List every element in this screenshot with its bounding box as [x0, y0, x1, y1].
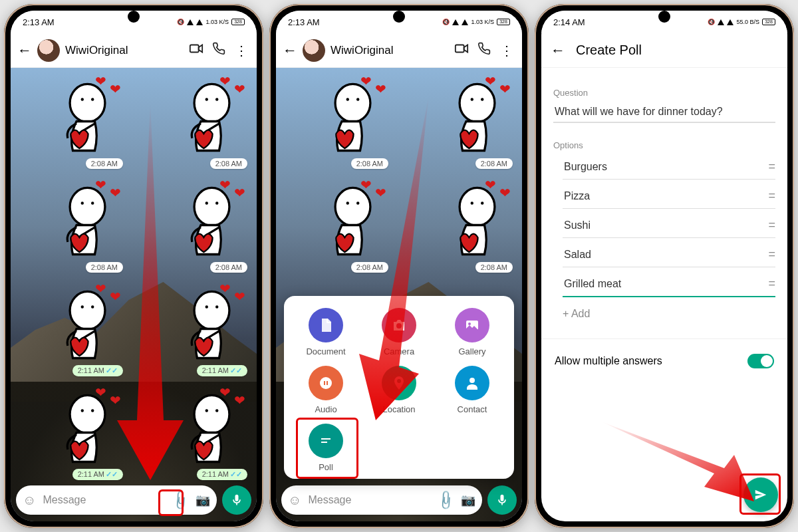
option-row[interactable]: Grilled meat= — [563, 271, 775, 297]
mute-icon: 🔇 — [708, 19, 715, 25]
allow-multiple-toggle[interactable] — [747, 354, 774, 368]
option-row[interactable]: Sushi= — [563, 213, 775, 238]
question-label: Question — [553, 88, 775, 98]
attach-icon[interactable]: 📎 — [434, 489, 458, 512]
emoji-icon[interactable]: ☺ — [288, 493, 301, 508]
svg-point-14 — [81, 305, 84, 308]
drag-handle-icon[interactable]: = — [768, 277, 774, 291]
mic-button[interactable] — [222, 485, 251, 515]
signal-icon-2 — [727, 19, 733, 25]
message-time: 2:11 AM✓✓ — [197, 469, 247, 480]
chat-title[interactable]: WiwiOriginal — [65, 44, 182, 57]
chat-header: ← WiwiOriginal ⋮ — [276, 33, 522, 68]
allow-multiple-label: Allow multiple answers — [555, 355, 662, 367]
message-time: 2:08 AM — [210, 262, 247, 273]
emoji-icon[interactable]: ☺ — [23, 493, 36, 508]
flork-sticker — [47, 185, 120, 258]
signal-icon — [452, 19, 459, 25]
svg-point-8 — [81, 201, 84, 204]
question-input[interactable] — [553, 102, 775, 123]
drag-handle-icon[interactable]: = — [768, 218, 774, 232]
video-call-icon[interactable] — [453, 41, 470, 59]
message-input[interactable]: ☺ Message 📎 📷 — [16, 485, 217, 515]
svg-point-41 — [320, 377, 332, 389]
option-row[interactable]: Burguers= — [563, 154, 775, 180]
svg-point-6 — [215, 98, 218, 100]
svg-point-33 — [346, 201, 349, 204]
phone-2: 2:13 AM 🔇 1.03 K/S 328 ← WiwiOriginal ⋮ — [269, 4, 529, 528]
message-input[interactable]: ☺ Message 📎 📷 — [281, 485, 482, 515]
option-text: Pizza — [564, 190, 768, 202]
drag-handle-icon[interactable]: = — [768, 160, 774, 174]
screen-2: 2:13 AM 🔇 1.03 K/S 328 ← WiwiOriginal ⋮ — [276, 11, 522, 521]
option-text: Sushi — [564, 219, 768, 231]
attach-audio[interactable]: Audio — [289, 366, 362, 414]
option-text: Burguers — [564, 161, 768, 173]
svg-point-35 — [460, 188, 495, 225]
flork-sticker — [47, 81, 120, 154]
add-option[interactable]: + Add — [553, 301, 775, 327]
camera-notch — [393, 11, 405, 23]
avatar[interactable] — [37, 39, 60, 62]
svg-point-15 — [91, 305, 94, 308]
attach-document[interactable]: Document — [289, 308, 362, 356]
svg-point-29 — [460, 84, 495, 122]
chat-title[interactable]: WiwiOriginal — [331, 44, 448, 57]
chat-body[interactable]: ❤❤❤ 2:08 AM ❤❤❤ 2:08 AM ❤❤❤ 2:08 AM ❤❤❤ — [276, 68, 522, 521]
flork-sticker — [47, 392, 120, 466]
video-call-icon[interactable] — [188, 41, 205, 59]
option-text: Salad — [564, 249, 768, 261]
svg-point-4 — [194, 84, 229, 122]
allow-multiple-row: Allow multiple answers — [553, 351, 775, 371]
poll-body: Question Options Burguers= Pizza= Sushi=… — [541, 68, 787, 521]
message-time: 2:11 AM✓✓ — [197, 365, 247, 376]
svg-rect-0 — [190, 45, 199, 53]
drag-handle-icon[interactable]: = — [768, 247, 774, 261]
screen-1: 2:13 AM 🔇 1.03 K/S 328 ← WiwiOriginal ⋮ — [11, 11, 257, 521]
message-time: 2:08 AM — [210, 158, 247, 169]
voice-call-icon[interactable] — [475, 42, 493, 59]
back-icon[interactable]: ← — [17, 42, 32, 59]
svg-point-9 — [91, 201, 94, 204]
highlight-attach — [158, 489, 184, 516]
svg-point-24 — [215, 409, 218, 412]
flork-sticker — [47, 289, 120, 362]
attach-label: Audio — [315, 404, 336, 414]
battery-icon: 328 — [497, 19, 510, 25]
phone-1: 2:13 AM 🔇 1.03 K/S 328 ← WiwiOriginal ⋮ — [4, 4, 263, 528]
annotation-arrow — [356, 94, 456, 420]
svg-point-21 — [91, 409, 94, 412]
svg-point-12 — [215, 201, 218, 204]
svg-point-3 — [91, 98, 94, 100]
svg-point-16 — [194, 291, 229, 329]
message-placeholder: Message — [43, 494, 166, 506]
annotation-arrow — [601, 422, 754, 508]
input-bar: ☺ Message 📎 📷 — [16, 485, 251, 515]
option-text: Grilled meat — [564, 278, 768, 290]
mic-button[interactable] — [487, 485, 517, 515]
status-icons: 🔇 1.03 K/S 328 — [442, 19, 510, 25]
back-icon[interactable]: ← — [283, 42, 297, 59]
more-icon[interactable]: ⋮ — [498, 43, 515, 59]
svg-point-27 — [346, 98, 349, 100]
more-icon[interactable]: ⋮ — [233, 43, 250, 59]
option-row[interactable]: Salad= — [563, 242, 775, 267]
signal-icon-2 — [196, 19, 203, 25]
chat-body[interactable]: ❤❤❤ 2:08 AM ❤❤❤ 2:08 AM ❤❤❤ — [11, 68, 257, 521]
camera-icon[interactable]: 📷 — [461, 493, 475, 507]
voice-call-icon[interactable] — [210, 42, 227, 59]
attach-label: Gallery — [458, 346, 485, 356]
svg-point-2 — [81, 98, 84, 100]
avatar[interactable] — [303, 39, 325, 62]
message-time: 2:08 AM — [475, 158, 513, 169]
svg-point-19 — [70, 395, 105, 433]
signal-icon — [187, 19, 194, 25]
camera-icon[interactable]: 📷 — [196, 493, 210, 507]
option-row[interactable]: Pizza= — [563, 184, 775, 209]
signal-icon-2 — [462, 19, 468, 25]
status-icons: 🔇 1.03 K/S 328 — [177, 19, 245, 25]
screen-3: 2:14 AM 🔇 55.0 B/S 328 ← Create Poll Que… — [541, 11, 787, 521]
back-icon[interactable]: ← — [551, 42, 565, 59]
message-placeholder: Message — [308, 494, 431, 506]
drag-handle-icon[interactable]: = — [768, 189, 774, 203]
